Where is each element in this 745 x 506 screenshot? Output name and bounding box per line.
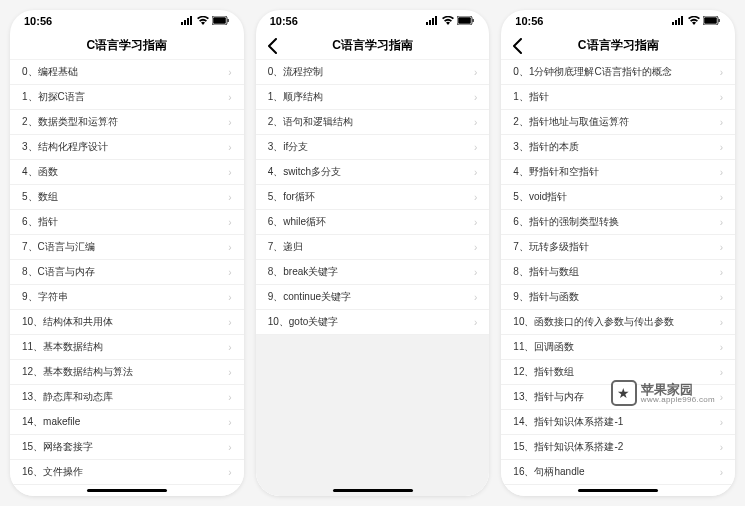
list-item-label: 5、void指针 <box>513 190 567 204</box>
chevron-right-icon: › <box>228 117 231 128</box>
list-item[interactable]: 11、基本数据结构› <box>10 335 244 360</box>
list-item[interactable]: 6、while循环› <box>256 210 490 235</box>
chevron-right-icon: › <box>474 142 477 153</box>
chevron-right-icon: › <box>228 142 231 153</box>
nav-bar: C语言学习指南 <box>10 32 244 60</box>
list-item[interactable]: 14、指针知识体系搭建-1› <box>501 410 735 435</box>
list-item[interactable]: 2、指针地址与取值运算符› <box>501 110 735 135</box>
list-item[interactable]: 12、基本数据结构与算法› <box>10 360 244 385</box>
list-item[interactable]: 4、switch多分支› <box>256 160 490 185</box>
list-item[interactable]: 14、makefile› <box>10 410 244 435</box>
home-indicator <box>333 489 413 492</box>
list-item-label: 9、continue关键字 <box>268 290 351 304</box>
list-item-label: 7、玩转多级指针 <box>513 240 589 254</box>
page-title: C语言学习指南 <box>87 37 168 54</box>
chevron-right-icon: › <box>474 192 477 203</box>
list-item[interactable]: 12、指针数组› <box>501 360 735 385</box>
back-button[interactable] <box>264 38 280 54</box>
status-icons <box>426 15 475 27</box>
nav-bar: C语言学习指南 <box>256 32 490 60</box>
chevron-right-icon: › <box>474 267 477 278</box>
list-item[interactable]: 10、goto关键字› <box>256 310 490 335</box>
list-item[interactable]: 3、指针的本质› <box>501 135 735 160</box>
chevron-right-icon: › <box>720 317 723 328</box>
back-button[interactable] <box>509 38 525 54</box>
list-item[interactable]: 16、句柄handle› <box>501 460 735 485</box>
list-item[interactable]: 1、顺序结构› <box>256 85 490 110</box>
list-item[interactable]: 10、结构体和共用体› <box>10 310 244 335</box>
chevron-right-icon: › <box>720 367 723 378</box>
list-item[interactable]: 6、指针的强制类型转换› <box>501 210 735 235</box>
chevron-right-icon: › <box>720 192 723 203</box>
list-item[interactable]: 4、函数› <box>10 160 244 185</box>
chevron-right-icon: › <box>228 267 231 278</box>
status-icons <box>181 15 230 27</box>
svg-rect-16 <box>678 18 680 25</box>
list-item-label: 2、语句和逻辑结构 <box>268 115 354 129</box>
list-item-label: 8、C语言与内存 <box>22 265 95 279</box>
list-item-label: 0、流程控制 <box>268 65 324 79</box>
chevron-right-icon: › <box>474 167 477 178</box>
chevron-right-icon: › <box>228 242 231 253</box>
list-item-label: 3、if分支 <box>268 140 309 154</box>
svg-rect-7 <box>426 22 428 25</box>
svg-rect-2 <box>187 18 189 25</box>
list-item[interactable]: 5、for循环› <box>256 185 490 210</box>
nav-bar: C语言学习指南 <box>501 32 735 60</box>
list-item-label: 4、函数 <box>22 165 58 179</box>
list-item[interactable]: 1、指针› <box>501 85 735 110</box>
list-item[interactable]: 9、continue关键字› <box>256 285 490 310</box>
wifi-icon <box>442 15 454 27</box>
list-item[interactable]: 7、C语言与汇编› <box>10 235 244 260</box>
list-item-label: 4、switch多分支 <box>268 165 341 179</box>
list-item[interactable]: 3、结构化程序设计› <box>10 135 244 160</box>
list-item[interactable]: 13、静态库和动态库› <box>10 385 244 410</box>
list-item[interactable]: 11、回调函数› <box>501 335 735 360</box>
list-item[interactable]: 2、数据类型和运算符› <box>10 110 244 135</box>
list-item[interactable]: 15、网络套接字› <box>10 435 244 460</box>
list-item[interactable]: 6、指针› <box>10 210 244 235</box>
list-item-label: 5、for循环 <box>268 190 315 204</box>
svg-rect-5 <box>213 17 226 24</box>
chevron-right-icon: › <box>720 342 723 353</box>
list-item-label: 16、文件操作 <box>22 465 83 479</box>
list-item[interactable]: 3、if分支› <box>256 135 490 160</box>
list-item[interactable]: 8、指针与数组› <box>501 260 735 285</box>
list-item[interactable]: 0、流程控制› <box>256 60 490 85</box>
chevron-right-icon: › <box>474 317 477 328</box>
list-item[interactable]: 1、初探C语言› <box>10 85 244 110</box>
svg-rect-14 <box>672 22 674 25</box>
list-item[interactable]: 0、编程基础› <box>10 60 244 85</box>
list-item[interactable]: 9、指针与函数› <box>501 285 735 310</box>
chevron-right-icon: › <box>474 217 477 228</box>
list-item-label: 6、指针 <box>22 215 58 229</box>
list-item[interactable]: 15、指针知识体系搭建-2› <box>501 435 735 460</box>
chevron-right-icon: › <box>720 292 723 303</box>
list-item[interactable]: 13、指针与内存› <box>501 385 735 410</box>
list-item[interactable]: 7、玩转多级指针› <box>501 235 735 260</box>
list-item[interactable]: 9、字符串› <box>10 285 244 310</box>
chevron-right-icon: › <box>228 467 231 478</box>
list-item[interactable]: 10、函数接口的传入参数与传出参数› <box>501 310 735 335</box>
svg-rect-1 <box>184 20 186 25</box>
chevron-right-icon: › <box>228 392 231 403</box>
list-item[interactable]: 8、C语言与内存› <box>10 260 244 285</box>
list-item[interactable]: 0、1分钟彻底理解C语言指针的概念› <box>501 60 735 85</box>
list-container-1: 0、编程基础›1、初探C语言›2、数据类型和运算符›3、结构化程序设计›4、函数… <box>10 60 244 496</box>
list-item[interactable]: 8、break关键字› <box>256 260 490 285</box>
chevron-right-icon: › <box>228 317 231 328</box>
svg-rect-20 <box>719 19 720 22</box>
list-item-label: 13、静态库和动态库 <box>22 390 113 404</box>
list-item[interactable]: 5、void指针› <box>501 185 735 210</box>
list-item[interactable]: 7、递归› <box>256 235 490 260</box>
list-item[interactable]: 4、野指针和空指针› <box>501 160 735 185</box>
list-item-label: 14、指针知识体系搭建-1 <box>513 415 623 429</box>
phone-screen-1: 10:56 C语言学习指南 0、编程基础›1、初探C语言›2、数据类型和运算符›… <box>10 10 244 496</box>
list-item[interactable]: 2、语句和逻辑结构› <box>256 110 490 135</box>
svg-rect-6 <box>227 19 228 22</box>
chevron-right-icon: › <box>720 392 723 403</box>
list-item-label: 1、顺序结构 <box>268 90 324 104</box>
chevron-right-icon: › <box>720 67 723 78</box>
list-item[interactable]: 16、文件操作› <box>10 460 244 485</box>
list-item[interactable]: 5、数组› <box>10 185 244 210</box>
